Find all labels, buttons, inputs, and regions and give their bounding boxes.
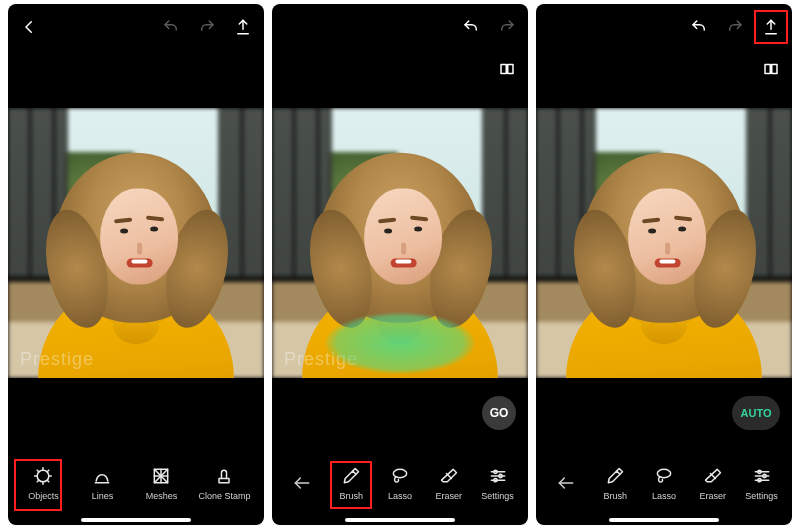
image-canvas[interactable]: Prestige (272, 108, 528, 378)
settings-icon (751, 465, 773, 487)
edited-photo: Prestige (272, 108, 528, 378)
export-icon[interactable] (762, 18, 780, 36)
remove-toolbar: Brush Lasso Eraser Settings (272, 453, 528, 513)
tool-label: Eraser (700, 491, 727, 501)
svg-rect-21 (765, 65, 770, 74)
svg-rect-9 (501, 65, 506, 74)
edited-photo (536, 108, 792, 378)
top-bar (536, 4, 792, 50)
tool-lasso[interactable]: Lasso (378, 465, 422, 501)
go-label: GO (490, 406, 509, 420)
tool-objects[interactable]: Objects (21, 465, 65, 501)
tool-lines[interactable]: Lines (80, 465, 124, 501)
back-arrow-icon (555, 472, 577, 494)
toolbar-back[interactable] (280, 472, 324, 494)
settings-icon (487, 465, 509, 487)
tool-brush[interactable]: Brush (329, 465, 373, 501)
home-indicator (609, 518, 719, 522)
redo-icon[interactable] (498, 18, 516, 36)
lasso-icon (389, 465, 411, 487)
tool-meshes[interactable]: Meshes (139, 465, 183, 501)
panel-3: AUTO Brush Lasso Eraser Settings (536, 4, 792, 525)
undo-icon[interactable] (690, 18, 708, 36)
undo-icon[interactable] (162, 18, 180, 36)
remove-toolbar: Brush Lasso Eraser Settings (536, 453, 792, 513)
go-button[interactable]: GO (482, 396, 516, 430)
auto-button[interactable]: AUTO (732, 396, 780, 430)
edited-photo: Prestige (8, 108, 264, 378)
tool-eraser[interactable]: Eraser (427, 465, 471, 501)
svg-line-25 (710, 474, 715, 479)
watermark-text: Prestige (20, 349, 94, 370)
tool-lasso[interactable]: Lasso (642, 465, 686, 501)
objects-icon (32, 465, 54, 487)
clone-stamp-icon (213, 465, 235, 487)
eraser-icon (702, 465, 724, 487)
compare-icon[interactable] (498, 60, 516, 78)
back-icon[interactable] (20, 18, 38, 36)
home-indicator (81, 518, 191, 522)
toolbar-back[interactable] (544, 472, 588, 494)
lines-icon (91, 465, 113, 487)
auto-label: AUTO (741, 407, 772, 419)
brush-icon (604, 465, 626, 487)
svg-line-13 (446, 474, 451, 479)
tool-label: Lasso (388, 491, 412, 501)
export-icon[interactable] (234, 18, 252, 36)
image-canvas[interactable] (536, 108, 792, 378)
brush-mask-overlay (325, 312, 475, 374)
tool-eraser[interactable]: Eraser (691, 465, 735, 501)
tool-label: Eraser (436, 491, 463, 501)
tool-clone-stamp[interactable]: Clone Stamp (198, 465, 250, 501)
image-canvas[interactable]: Prestige (8, 108, 264, 378)
tool-label: Lines (92, 491, 114, 501)
tool-label: Lasso (652, 491, 676, 501)
tool-label: Settings (481, 491, 514, 501)
compare-icon[interactable] (762, 60, 780, 78)
tool-label: Clone Stamp (198, 491, 250, 501)
eraser-icon (438, 465, 460, 487)
meshes-icon (150, 465, 172, 487)
svg-rect-8 (219, 479, 229, 483)
main-toolbar: Objects Lines Meshes Clone Stamp (8, 453, 264, 513)
home-indicator (345, 518, 455, 522)
tool-brush[interactable]: Brush (593, 465, 637, 501)
panel-1: Prestige Objects Lines Meshes Clone Stam… (8, 4, 264, 525)
redo-icon[interactable] (726, 18, 744, 36)
brush-icon (340, 465, 362, 487)
tool-label: Brush (603, 491, 627, 501)
tool-settings[interactable]: Settings (740, 465, 784, 501)
undo-icon[interactable] (462, 18, 480, 36)
top-bar (8, 4, 264, 50)
tool-label: Objects (28, 491, 59, 501)
tool-label: Brush (339, 491, 363, 501)
tutorial-three-panel: Prestige Objects Lines Meshes Clone Stam… (0, 0, 800, 529)
back-arrow-icon (291, 472, 313, 494)
tool-label: Meshes (146, 491, 178, 501)
top-bar (272, 4, 528, 50)
tool-label: Settings (745, 491, 778, 501)
svg-rect-10 (508, 65, 513, 74)
tool-settings[interactable]: Settings (476, 465, 520, 501)
panel-2: Prestige GO Brush Lasso Eraser (272, 4, 528, 525)
svg-rect-22 (772, 65, 777, 74)
redo-icon[interactable] (198, 18, 216, 36)
lasso-icon (653, 465, 675, 487)
